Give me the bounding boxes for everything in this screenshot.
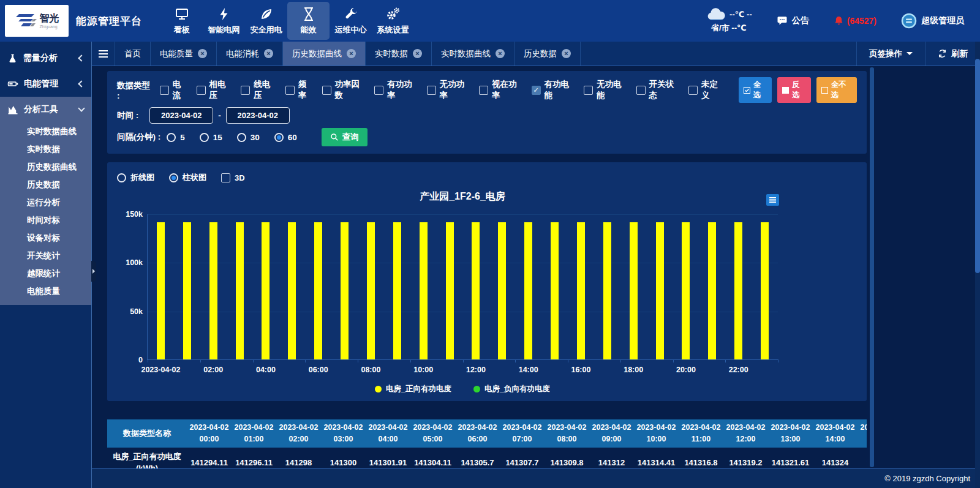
- refresh-button[interactable]: 刷新: [925, 42, 980, 66]
- filter-button-2[interactable]: 全不选: [816, 77, 857, 103]
- top-nav-label: 运维中心: [335, 24, 367, 36]
- column-date: 2023-04-02: [723, 422, 768, 434]
- chart-type-label: 折线图: [130, 172, 154, 183]
- top-nav-item-2[interactable]: 安全用电: [245, 0, 287, 42]
- column-date: 2023-04-02: [410, 422, 455, 434]
- radio-label: 5: [180, 133, 185, 142]
- top-nav-item-1[interactable]: 智能电网: [203, 0, 245, 42]
- bar: [183, 222, 191, 359]
- filter-checkbox-4[interactable]: 功率因数: [322, 79, 366, 101]
- chart-type-option-1[interactable]: 柱状图: [169, 172, 206, 183]
- sidebar-item-9[interactable]: 电能质量: [0, 282, 91, 300]
- chart-toolbox-button[interactable]: [766, 194, 779, 206]
- interval-radio-0[interactable]: 5: [167, 133, 185, 142]
- filter-checkbox-0[interactable]: 电流: [160, 79, 188, 101]
- page-scrollbar-thumb[interactable]: [975, 59, 980, 273]
- sidebar-group-0[interactable]: 需量分析: [0, 45, 91, 71]
- sidebar-item-0[interactable]: 实时数据曲线: [0, 122, 91, 140]
- tab-4[interactable]: 实时数据×: [366, 42, 432, 66]
- filter-checkbox-2[interactable]: 线电压: [241, 79, 277, 101]
- filter-panel: 数据类型 : 电流相电压线电压频率功率因数有功功率无功功率视在功率✓有功电能无功…: [107, 71, 867, 154]
- date-to-input[interactable]: [226, 107, 290, 124]
- checkbox-label: 无功功率: [440, 79, 470, 101]
- value-cell: 141324: [813, 448, 858, 468]
- sidebar-item-4[interactable]: 运行分析: [0, 193, 91, 211]
- tab-close-icon[interactable]: ×: [562, 49, 571, 58]
- row-label: 电房_正向有功电度: [107, 451, 187, 463]
- filter-checkbox-9[interactable]: 无功电能: [584, 79, 627, 101]
- filter-checkbox-8[interactable]: ✓有功电能: [532, 79, 575, 101]
- column-time: 11:00: [679, 434, 723, 445]
- legend-item-0[interactable]: 电房_正向有功电度: [375, 384, 451, 394]
- bar: [551, 222, 559, 359]
- tab-close-icon[interactable]: ×: [264, 49, 273, 58]
- top-nav-item-0[interactable]: 看板: [160, 0, 203, 42]
- data-type-checkboxes: 电流相电压线电压频率功率因数有功功率无功功率视在功率✓有功电能无功电能开关状态未…: [160, 79, 733, 101]
- tab-close-icon[interactable]: ×: [413, 49, 422, 58]
- sidebar-group-2[interactable]: 分析工具: [0, 97, 91, 122]
- chart-panel: 折线图柱状图3D 产业园_1F2-6_电房 150k100k50k02023-0…: [107, 162, 867, 401]
- bar: [761, 222, 769, 359]
- logo: 智光 Zhiguang: [5, 5, 69, 37]
- tab-operations-dropdown[interactable]: 页签操作: [856, 42, 925, 66]
- tab-1[interactable]: 电能质量×: [151, 42, 217, 66]
- top-nav-item-3[interactable]: 能效: [287, 2, 330, 40]
- tab-2[interactable]: 电能消耗×: [217, 42, 283, 66]
- tab-6[interactable]: 历史数据×: [514, 42, 581, 66]
- top-nav-item-5[interactable]: 系统设置: [372, 0, 414, 42]
- hourglass-icon: [301, 7, 316, 21]
- checkbox-icon: [197, 86, 206, 95]
- empty-square-icon: [821, 87, 828, 94]
- user-menu[interactable]: 超级管理员: [901, 13, 964, 29]
- notification-button[interactable]: (64527): [834, 15, 876, 26]
- filter-button-0[interactable]: 全选: [739, 77, 772, 103]
- filter-checkbox-6[interactable]: 无功功率: [427, 79, 470, 101]
- hamburger-menu-icon[interactable]: [92, 42, 115, 66]
- sidebar-item-3[interactable]: 历史数据: [0, 176, 91, 193]
- table-column-header: 2023-04-0200:00: [187, 419, 232, 448]
- x-axis-tick: [620, 359, 621, 362]
- data-type-row: 数据类型 : 电流相电压线电压频率功率因数有功功率无功功率视在功率✓有功电能无功…: [117, 77, 857, 103]
- page-scrollbar[interactable]: [975, 42, 980, 488]
- filter-checkbox-10[interactable]: 开关状态: [636, 79, 680, 101]
- sidebar-item-8[interactable]: 越限统计: [0, 265, 91, 282]
- tab-close-icon[interactable]: ×: [198, 49, 207, 58]
- chart-type-option-2[interactable]: 3D: [221, 173, 245, 182]
- interval-radio-3[interactable]: 60: [274, 133, 297, 142]
- column-date: 2023-04-02: [232, 422, 276, 434]
- sidebar-item-7[interactable]: 开关统计: [0, 247, 91, 265]
- tab-5[interactable]: 实时数据曲线×: [432, 42, 514, 66]
- filter-button-1[interactable]: 反选: [777, 77, 811, 103]
- filter-checkbox-7[interactable]: 视在功率: [479, 79, 522, 101]
- value-cell: 141319.2: [723, 448, 768, 468]
- battery-icon: [7, 78, 18, 89]
- query-button[interactable]: 查询: [322, 128, 368, 146]
- sidebar-item-1[interactable]: 实时数据: [0, 140, 91, 158]
- sidebar-collapse-handle[interactable]: [91, 261, 96, 282]
- top-nav-item-4[interactable]: 运维中心: [330, 0, 372, 42]
- interval-radio-2[interactable]: 30: [237, 133, 260, 142]
- x-axis-tick-label: 08:00: [361, 366, 380, 374]
- tab-close-icon[interactable]: ×: [347, 49, 356, 58]
- weather-widget: --℃ -- 省/市 --℃: [706, 7, 752, 34]
- table-header-row: 数据类型名称2023-04-0200:002023-04-0201:002023…: [107, 419, 867, 448]
- interval-radio-1[interactable]: 15: [200, 133, 222, 142]
- sidebar-item-6[interactable]: 设备对标: [0, 229, 91, 247]
- content-scrollbar[interactable]: [870, 67, 874, 467]
- tab-0[interactable]: 首页: [115, 42, 151, 66]
- tab-close-icon[interactable]: ×: [496, 49, 505, 58]
- date-from-input[interactable]: [149, 107, 213, 124]
- column-time: 00:00: [187, 434, 232, 445]
- legend-item-1[interactable]: 电房_负向有功电度: [473, 384, 550, 394]
- announcement-button[interactable]: 公告: [777, 15, 809, 26]
- bar: [472, 222, 480, 359]
- tab-3[interactable]: 历史数据曲线×: [283, 42, 366, 66]
- sidebar-item-2[interactable]: 历史数据曲线: [0, 158, 91, 176]
- filter-checkbox-3[interactable]: 频率: [285, 79, 314, 101]
- sidebar-group-1[interactable]: 电能管理: [0, 71, 91, 97]
- chart-type-option-0[interactable]: 折线图: [117, 172, 154, 183]
- filter-checkbox-1[interactable]: 相电压: [197, 79, 233, 101]
- filter-checkbox-11[interactable]: 未定义: [688, 79, 725, 101]
- filter-checkbox-5[interactable]: 有功功率: [374, 79, 418, 101]
- sidebar-item-5[interactable]: 时间对标: [0, 211, 91, 229]
